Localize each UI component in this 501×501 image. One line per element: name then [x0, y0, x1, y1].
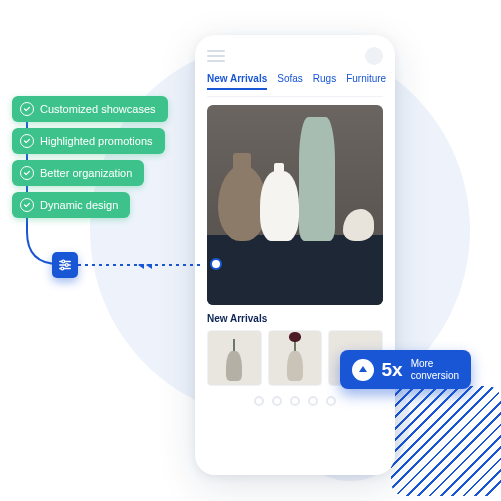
- section-title: New Arrivals: [207, 313, 383, 324]
- feature-highlighted-promotions: Highlighted promotions: [12, 128, 165, 154]
- feature-better-organization: Better organization: [12, 160, 144, 186]
- stat-line2: conversion: [411, 370, 459, 382]
- category-tabs: New Arrivals Sofas Rugs Furniture: [207, 73, 383, 97]
- tab-sofas[interactable]: Sofas: [277, 73, 303, 90]
- stat-line1: More: [411, 358, 459, 370]
- stat-text: More conversion: [411, 358, 459, 381]
- target-node-icon: [210, 258, 222, 270]
- arrow-up-icon: [352, 359, 374, 381]
- tab-furniture[interactable]: Furniture: [346, 73, 386, 90]
- check-icon: [20, 102, 34, 116]
- check-icon: [20, 134, 34, 148]
- feature-dynamic-design: Dynamic design: [12, 192, 130, 218]
- thumbnail[interactable]: [207, 330, 262, 386]
- stat-value: 5x: [382, 359, 403, 381]
- feature-label: Dynamic design: [40, 199, 118, 211]
- check-icon: [20, 198, 34, 212]
- check-icon: [20, 166, 34, 180]
- dot[interactable]: [272, 396, 282, 406]
- hamburger-icon[interactable]: [207, 50, 225, 62]
- svg-point-7: [65, 264, 68, 267]
- dot[interactable]: [254, 396, 264, 406]
- stat-badge: 5x More conversion: [340, 350, 472, 389]
- hero-image[interactable]: [207, 105, 383, 305]
- tab-rugs[interactable]: Rugs: [313, 73, 336, 90]
- svg-point-5: [62, 260, 65, 263]
- feature-label: Better organization: [40, 167, 132, 179]
- pagination-dots: [207, 396, 383, 406]
- dot[interactable]: [308, 396, 318, 406]
- dot[interactable]: [326, 396, 336, 406]
- feature-label: Highlighted promotions: [40, 135, 153, 147]
- feature-list: Customized showcases Highlighted promoti…: [12, 96, 168, 218]
- filters-icon[interactable]: [52, 252, 78, 278]
- phone-header: [207, 47, 383, 73]
- feature-customized-showcases: Customized showcases: [12, 96, 168, 122]
- avatar[interactable]: [365, 47, 383, 65]
- dot[interactable]: [290, 396, 300, 406]
- tab-new-arrivals[interactable]: New Arrivals: [207, 73, 267, 90]
- phone-mockup: New Arrivals Sofas Rugs Furniture New Ar…: [195, 35, 395, 475]
- hatched-decoration: [391, 386, 501, 496]
- svg-point-9: [61, 267, 64, 270]
- arrow-connector: [78, 264, 218, 276]
- feature-label: Customized showcases: [40, 103, 156, 115]
- thumbnail[interactable]: [268, 330, 323, 386]
